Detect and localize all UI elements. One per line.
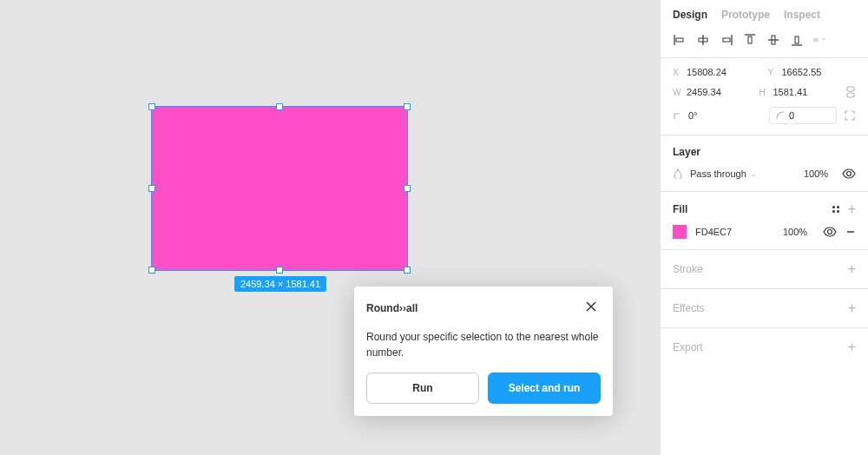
plugin-modal: Round››all Round your specific selection… <box>354 287 613 416</box>
add-stroke-icon[interactable]: + <box>848 262 856 276</box>
fill-section-title: Fill <box>673 203 687 215</box>
layer-row: Pass through ⌄ 100% <box>661 160 868 192</box>
effects-section-title: Effects <box>673 302 704 314</box>
fill-opacity-value[interactable]: 100% <box>783 227 814 237</box>
alignment-row: ⌄ <box>661 28 868 58</box>
panel-tabs: Design Prototype Inspect <box>661 0 868 28</box>
fill-style-icon[interactable] <box>832 206 839 213</box>
svg-point-20 <box>828 230 832 234</box>
stroke-section: Stroke + <box>661 250 868 289</box>
w-label: W <box>673 88 681 97</box>
independent-corners-icon[interactable] <box>844 109 856 122</box>
canvas[interactable]: 2459.34 × 1581.41 Round››all Round your … <box>0 0 660 455</box>
tab-design[interactable]: Design <box>673 9 707 21</box>
align-bottom-icon[interactable] <box>790 33 804 47</box>
export-section-title: Export <box>673 341 703 353</box>
modal-title: Round››all <box>366 302 418 314</box>
blend-mode-select[interactable]: Pass through ⌄ <box>690 168 797 179</box>
resize-handle-bm[interactable] <box>276 267 283 274</box>
modal-body-text: Round your specific selection to the nea… <box>354 326 613 373</box>
rotation-value[interactable]: 0° <box>688 110 698 121</box>
svg-rect-3 <box>676 38 683 42</box>
add-effect-icon[interactable]: + <box>848 301 856 315</box>
w-value[interactable]: 2459.34 <box>687 87 721 97</box>
resize-handle-ml[interactable] <box>148 185 155 192</box>
align-hcenter-icon[interactable] <box>696 33 710 47</box>
tab-inspect[interactable]: Inspect <box>784 9 820 21</box>
align-right-icon[interactable] <box>720 33 733 47</box>
svg-rect-13 <box>795 36 799 43</box>
add-export-icon[interactable]: + <box>848 340 856 354</box>
effects-section: Effects + <box>661 289 868 328</box>
tab-prototype[interactable]: Prototype <box>721 9 770 21</box>
blend-mode-icon <box>673 168 683 179</box>
export-section: Export + <box>661 328 868 366</box>
align-left-icon[interactable] <box>673 33 687 47</box>
svg-point-19 <box>847 172 852 176</box>
close-icon[interactable] <box>582 299 601 317</box>
resize-handle-bl[interactable] <box>148 267 155 274</box>
h-label: H <box>760 88 768 97</box>
fill-hex-value[interactable]: FD4EC7 <box>695 227 774 237</box>
resize-handle-br[interactable] <box>404 267 411 274</box>
fill-visibility-icon[interactable] <box>823 225 837 239</box>
chevron-down-icon: ⌄ <box>750 169 757 178</box>
resize-handle-tl[interactable] <box>148 103 155 110</box>
x-value[interactable]: 15808.24 <box>687 67 727 77</box>
layer-section-title: Layer <box>673 146 856 158</box>
fill-swatch[interactable] <box>673 225 687 239</box>
svg-rect-9 <box>748 36 752 43</box>
align-vcenter-icon[interactable] <box>766 33 780 47</box>
svg-rect-18 <box>847 93 854 97</box>
corner-radius-value: 0 <box>789 110 794 121</box>
x-label: X <box>673 68 681 77</box>
corner-radius-input[interactable]: 0 <box>769 107 837 124</box>
select-and-run-button[interactable]: Select and run <box>488 373 601 404</box>
y-value[interactable]: 16652.55 <box>782 67 822 77</box>
resize-handle-tr[interactable] <box>404 103 411 110</box>
selected-rectangle[interactable] <box>151 106 408 271</box>
layer-opacity-value[interactable]: 100% <box>804 168 835 179</box>
fill-row: FD4EC7 100% <box>661 221 868 250</box>
align-top-icon[interactable] <box>743 33 757 47</box>
resize-handle-tm[interactable] <box>276 103 283 110</box>
geometry-section: X15808.24 Y16652.55 W2459.34 H1581.41 0°… <box>661 58 868 135</box>
svg-rect-17 <box>847 87 854 91</box>
selection-dimensions-badge: 2459.34 × 1581.41 <box>234 276 326 292</box>
distribute-icon[interactable]: ⌄ <box>813 33 827 47</box>
link-dimensions-icon[interactable] <box>845 86 856 98</box>
corner-radius-icon <box>775 110 786 121</box>
rotation-icon <box>673 110 683 121</box>
resize-handle-mr[interactable] <box>404 185 411 192</box>
y-label: Y <box>768 68 777 77</box>
stroke-section-title: Stroke <box>673 263 703 275</box>
blend-mode-value: Pass through <box>690 168 746 179</box>
svg-rect-7 <box>723 38 730 42</box>
add-fill-icon[interactable]: + <box>848 202 856 216</box>
properties-panel: Design Prototype Inspect ⌄ X15808.24 Y16… <box>660 0 868 455</box>
remove-fill-icon[interactable] <box>845 227 856 237</box>
visibility-icon[interactable] <box>842 167 856 181</box>
h-value[interactable]: 1581.41 <box>773 87 808 97</box>
run-button[interactable]: Run <box>366 373 479 404</box>
